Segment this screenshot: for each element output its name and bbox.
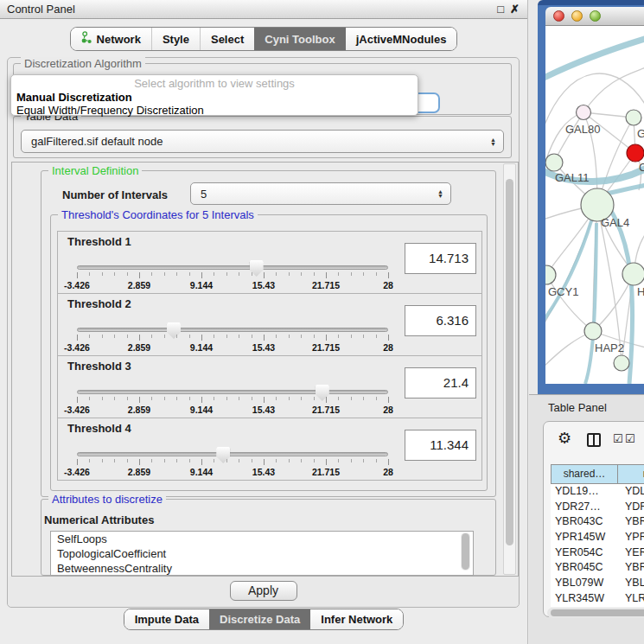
scale-label: 21.715	[312, 280, 340, 290]
network-view-window: GAL80 G C GAL11 GAL4 GCY1 H HAP2	[538, 0, 644, 394]
table-horizontal-scrollbar[interactable]	[547, 608, 644, 618]
slider-ticks	[77, 397, 388, 404]
column-header-name[interactable]: na	[618, 465, 644, 483]
float-window-icon[interactable]: □	[497, 0, 504, 18]
slider-tick	[351, 335, 352, 338]
tab-cyni-toolbox[interactable]: Cyni Toolbox	[254, 28, 345, 50]
slider-tick	[239, 459, 239, 462]
slider-tick	[139, 272, 140, 278]
attributes-group: Attributes to discretize Numerical Attri…	[41, 499, 496, 576]
network-node[interactable]	[622, 263, 644, 285]
minimize-traffic-light-icon[interactable]	[571, 10, 583, 22]
slider-tick	[102, 272, 103, 276]
table-data-combobox-value: galFiltered.sif default node	[29, 135, 487, 148]
apply-button[interactable]: Apply	[230, 581, 297, 601]
close-icon[interactable]: ✗	[510, 0, 520, 18]
table-row[interactable]: YDL19…YDL1	[551, 484, 644, 500]
tab-discretize-data[interactable]: Discretize Data	[209, 609, 310, 629]
algorithm-popup-hint: Select algorithm to view settings	[11, 77, 418, 90]
table-cell: YER054C	[551, 545, 617, 561]
table-row[interactable]: YLR345WYLR3	[551, 591, 644, 607]
slider-tick	[127, 459, 128, 462]
slider-tick	[376, 272, 377, 276]
network-node[interactable]	[626, 110, 641, 125]
column-header-shared[interactable]: shared…	[552, 465, 618, 483]
slider-tick	[264, 459, 265, 465]
network-node[interactable]	[627, 144, 644, 162]
threshold-value-field[interactable]: 11.344	[405, 430, 476, 461]
network-node[interactable]	[545, 154, 563, 171]
table-cell: YDR27…	[551, 500, 617, 515]
scale-label: 2.859	[128, 405, 150, 415]
tab-infer-network[interactable]: Infer Network	[310, 609, 403, 629]
scale-label: -3.426	[64, 467, 90, 477]
slider-tick	[114, 272, 115, 276]
network-node[interactable]	[545, 265, 556, 284]
table-data-combobox[interactable]: galFiltered.sif default node ▲▼	[21, 130, 504, 153]
threshold-value-field[interactable]: 6.316	[405, 305, 476, 336]
threshold-slider-track[interactable]	[77, 265, 388, 270]
table-row[interactable]: YER054CYER0	[551, 545, 644, 561]
table-row[interactable]: YPR145WYPR1	[551, 530, 644, 545]
slider-tick	[264, 272, 265, 278]
scrollbar-thumb[interactable]	[551, 609, 644, 616]
scale-label: 15.43	[252, 405, 275, 415]
scale-label: 2.859	[128, 342, 150, 353]
tab-impute-data[interactable]: Impute Data	[124, 609, 209, 629]
settings-vertical-scrollbar[interactable]	[503, 163, 516, 575]
slider-tick	[351, 272, 352, 276]
table-cell: YBR045C	[551, 560, 617, 576]
tab-select[interactable]: Select	[200, 28, 254, 50]
algorithm-option-manual-discretization[interactable]: Manual Discretization	[16, 91, 132, 104]
scale-label: 15.43	[252, 467, 275, 477]
top-tabbar-wrap: NetworkStyleSelectCyni ToolboxjActiveMNo…	[0, 27, 527, 51]
table-cell: YIL052C	[551, 607, 617, 608]
attribute-list-item[interactable]: BetweennessCentrality	[51, 561, 473, 576]
gear-icon[interactable]: ⚙	[558, 430, 571, 447]
scale-label: 9.144	[190, 280, 213, 290]
slider-ticks	[77, 459, 388, 466]
table-row[interactable]: YIL052CYIL0	[551, 607, 644, 608]
scale-label: 28	[383, 467, 393, 477]
scrollbar-thumb[interactable]	[462, 533, 469, 570]
network-node[interactable]	[614, 355, 629, 371]
numerical-attributes-list[interactable]: SelfLoopsTopologicalCoefficientBetweenne…	[50, 531, 474, 576]
tab-network[interactable]: Network	[71, 28, 151, 50]
threshold-slider-track[interactable]	[77, 328, 388, 332]
slider-tick	[289, 272, 290, 276]
attributes-list-scrollbar[interactable]	[461, 532, 470, 571]
network-canvas[interactable]: GAL80 G C GAL11 GAL4 GCY1 H HAP2	[545, 26, 644, 384]
slider-tick	[151, 397, 152, 400]
node-label: C	[639, 161, 644, 174]
split-view-icon[interactable]	[587, 433, 601, 447]
checkbox-icon[interactable]: ☑	[613, 432, 623, 445]
threshold-value-field[interactable]: 14.713	[405, 243, 476, 274]
attribute-list-item[interactable]: TopologicalCoefficient	[51, 546, 473, 561]
scrollbar-thumb[interactable]	[506, 179, 513, 545]
table-row[interactable]: YBL079WYBL0	[551, 576, 644, 591]
number-of-intervals-combobox[interactable]: 5 ▲▼	[190, 182, 451, 205]
scale-label: 15.43	[252, 280, 275, 290]
network-node[interactable]	[577, 105, 591, 120]
threshold-slider-track[interactable]	[77, 390, 388, 394]
tab-jactivemnodules[interactable]: jActiveMNodules	[346, 28, 457, 50]
tab-style[interactable]: Style	[151, 28, 200, 50]
network-node[interactable]	[584, 322, 602, 340]
slider-tick	[276, 459, 277, 462]
combobox-arrows-icon: ▲▼	[487, 137, 496, 146]
close-traffic-light-icon[interactable]	[553, 10, 564, 22]
algorithm-option-equal-width-frequency[interactable]: Equal Width/Frequency Discretization	[16, 104, 204, 117]
table-row[interactable]: YBR045CYBR0	[551, 560, 644, 576]
attribute-list-item[interactable]: SelfLoops	[51, 532, 473, 546]
slider-tick	[102, 335, 103, 338]
table-row[interactable]: YBR043CYBR0	[551, 514, 644, 530]
zoom-traffic-light-icon[interactable]	[590, 10, 601, 22]
slider-tick	[326, 272, 327, 278]
network-window-titlebar[interactable]	[545, 7, 644, 26]
slider-tick	[239, 272, 239, 276]
slider-tick	[164, 397, 165, 400]
threshold-value-field[interactable]: 21.4	[405, 367, 476, 399]
checkbox-icon[interactable]: ☑	[625, 432, 635, 445]
threshold-slider-track[interactable]	[77, 452, 388, 456]
table-row[interactable]: YDR27…YDR2	[551, 500, 644, 515]
